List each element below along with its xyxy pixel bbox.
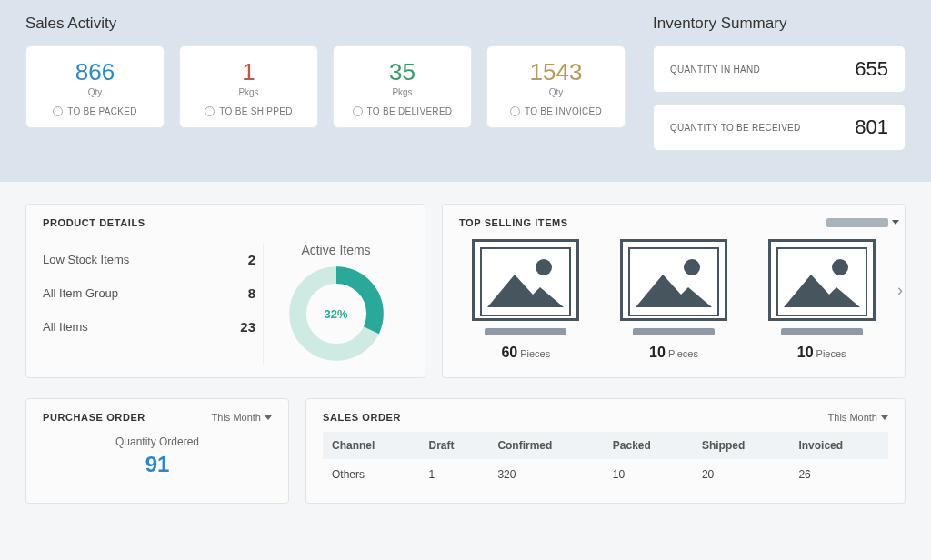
purchase-order-period-dropdown[interactable]: This Month: [212, 412, 272, 423]
sales-activity-caption: TO BE DELIVERED: [341, 106, 464, 116]
status-circle-icon: [205, 106, 215, 116]
chevron-down-icon: [265, 415, 272, 420]
product-stat-row: All Items23: [43, 310, 255, 344]
product-stat-label: All Items: [43, 320, 88, 334]
sales-order-table: ChannelDraftConfirmedPackedShippedInvoic…: [323, 432, 888, 490]
sales-activity-card[interactable]: 35PkgsTO BE DELIVERED: [333, 45, 472, 128]
svg-point-3: [536, 259, 552, 275]
item-name-placeholder: [633, 328, 715, 335]
sales-activity-caption: TO BE PACKED: [34, 106, 156, 116]
product-stat-value: 23: [240, 319, 255, 335]
sales-activity-section: Sales Activity 866QtyTO BE PACKED1PkgsTO…: [25, 15, 626, 162]
inventory-row-label: QUANTITY TO BE RECEIVED: [670, 123, 801, 133]
purchase-order-period-label: This Month: [212, 412, 261, 423]
top-selling-next-icon[interactable]: ›: [897, 281, 903, 300]
top-selling-item[interactable]: 10Pieces: [755, 239, 888, 361]
top-selling-item-count: 60Pieces: [459, 345, 593, 361]
sales-activity-caption: TO BE INVOICED: [495, 106, 617, 116]
sales-activity-card[interactable]: 866QtyTO BE PACKED: [25, 45, 165, 128]
sales-activity-card[interactable]: 1543QtyTO BE INVOICED: [486, 45, 626, 128]
sales-activity-caption: TO BE SHIPPED: [187, 106, 310, 116]
sales-order-cell: 20: [693, 459, 789, 490]
sales-activity-title: Sales Activity: [25, 15, 626, 33]
sales-order-title: SALES ORDER: [323, 412, 401, 423]
active-items-donut: 32%: [285, 263, 387, 365]
image-placeholder-icon: [620, 239, 727, 321]
image-placeholder-icon: [472, 239, 579, 321]
top-selling-item-count: 10Pieces: [755, 345, 888, 361]
sales-order-col-header: Draft: [419, 432, 488, 459]
inventory-summary-row: QUANTITY IN HAND655: [653, 45, 906, 93]
sales-order-cell: 1: [419, 459, 488, 490]
sales-activity-value: 35: [341, 59, 464, 85]
sales-activity-cards: 866QtyTO BE PACKED1PkgsTO BE SHIPPED35Pk…: [25, 45, 626, 128]
sales-activity-value: 1543: [495, 59, 617, 85]
sales-order-header-row: ChannelDraftConfirmedPackedShippedInvoic…: [323, 432, 888, 459]
active-items-block: Active Items 32%: [263, 243, 408, 365]
status-circle-icon: [510, 106, 520, 116]
sales-activity-value: 1: [187, 59, 310, 85]
product-stat-row: All Item Group8: [43, 276, 255, 310]
svg-marker-10: [784, 275, 860, 307]
inventory-summary-row: QUANTITY TO BE RECEIVED801: [653, 104, 906, 151]
top-selling-item[interactable]: 10Pieces: [607, 239, 741, 361]
sales-order-col-header: Channel: [323, 432, 419, 459]
sales-order-period-dropdown[interactable]: This Month: [828, 412, 888, 423]
sales-activity-unit: Qty: [495, 87, 617, 97]
sales-order-cell: 26: [789, 459, 888, 490]
table-row: Others1320102026: [323, 459, 888, 490]
top-selling-item[interactable]: 60Pieces: [459, 239, 593, 361]
top-selling-title: TOP SELLING ITEMS: [459, 217, 568, 228]
item-name-placeholder: [485, 328, 566, 335]
inventory-summary-title: Inventory Summary: [653, 15, 906, 33]
sales-order-col-header: Packed: [604, 432, 693, 459]
chevron-down-icon: [881, 415, 888, 420]
item-name-placeholder: [781, 328, 863, 335]
sales-order-cell: 10: [604, 459, 693, 490]
sales-activity-value: 866: [34, 59, 156, 85]
purchase-order-qty-label: Quantity Ordered: [43, 435, 272, 448]
product-details-panel: PRODUCT DETAILS Low Stock Items2All Item…: [25, 204, 425, 378]
purchase-order-panel: PURCHASE ORDER This Month Quantity Order…: [25, 398, 289, 504]
status-circle-icon: [353, 106, 363, 116]
product-stat-label: Low Stock Items: [43, 253, 129, 266]
inventory-row-value: 655: [855, 57, 888, 81]
product-details-stats: Low Stock Items2All Item Group8All Items…: [43, 243, 255, 365]
sales-activity-unit: Pkgs: [187, 87, 310, 97]
active-items-title: Active Items: [264, 243, 408, 257]
inventory-row-value: 801: [855, 115, 888, 139]
svg-marker-7: [636, 275, 712, 307]
active-items-percent: 32%: [324, 307, 347, 321]
purchase-order-qty-value: 91: [43, 452, 272, 477]
svg-point-9: [832, 259, 848, 275]
image-placeholder-icon: [768, 239, 876, 321]
product-stat-row: Low Stock Items2: [43, 243, 255, 276]
sales-order-col-header: Confirmed: [488, 432, 603, 459]
product-stat-value: 8: [248, 285, 255, 301]
sales-order-panel: SALES ORDER This Month ChannelDraftConfi…: [305, 398, 906, 504]
sales-order-period-label: This Month: [828, 412, 877, 423]
sales-order-cell: 320: [488, 459, 603, 490]
product-stat-label: All Item Group: [43, 286, 118, 300]
purchase-order-title: PURCHASE ORDER: [43, 412, 145, 423]
sales-order-cell: Others: [323, 459, 419, 490]
sales-activity-unit: Qty: [34, 87, 156, 97]
sales-order-col-header: Shipped: [693, 432, 789, 459]
product-details-title: PRODUCT DETAILS: [43, 217, 408, 228]
status-circle-icon: [53, 106, 63, 116]
inventory-row-label: QUANTITY IN HAND: [670, 65, 760, 75]
svg-point-6: [684, 259, 700, 275]
top-selling-panel: TOP SELLING ITEMS 60Pieces10Pieces10Piec…: [442, 204, 906, 378]
product-stat-value: 2: [248, 252, 255, 267]
inventory-summary-section: Inventory Summary QUANTITY IN HAND655QUA…: [653, 15, 906, 162]
sales-activity-unit: Pkgs: [341, 87, 464, 97]
top-selling-filter-dropdown[interactable]: [826, 218, 888, 227]
svg-marker-4: [487, 275, 564, 307]
top-selling-items: 60Pieces10Pieces10Pieces›: [459, 239, 888, 361]
top-selling-item-count: 10Pieces: [607, 345, 741, 361]
sales-order-col-header: Invoiced: [789, 432, 888, 459]
sales-activity-card[interactable]: 1PkgsTO BE SHIPPED: [179, 45, 318, 128]
